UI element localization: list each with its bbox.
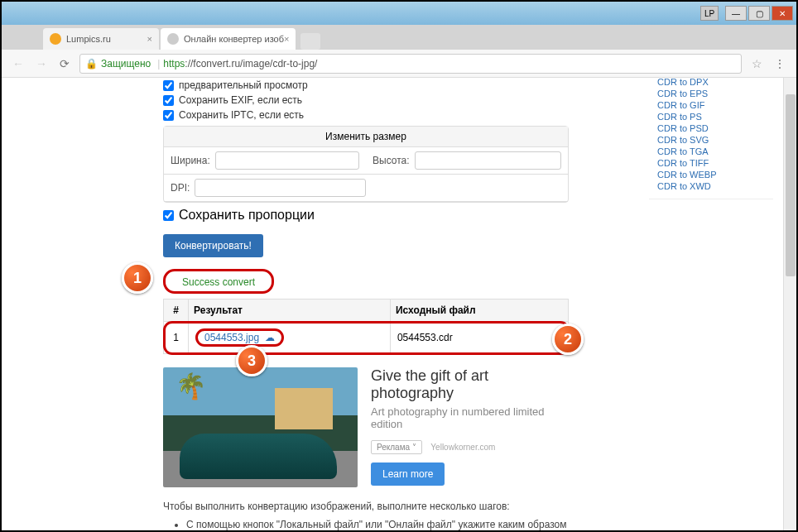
row-num: 1 <box>164 322 189 354</box>
sidebar-link[interactable]: CDR to WEBP <box>657 169 765 180</box>
address-bar: ← → ⟳ 🔒 Защищено | https://fconvert.ru/i… <box>2 50 796 78</box>
reload-button[interactable]: ⟳ <box>56 55 73 72</box>
back-button[interactable]: ← <box>10 55 26 72</box>
width-label: Ширина: <box>171 155 210 166</box>
url-text: https://fconvert.ru/image/cdr-to-jpg/ <box>163 58 317 69</box>
options-group: предварительный просмотр Сохранить EXIF,… <box>163 78 569 121</box>
ad-block: 🌴 Give the gift of art photography Art p… <box>163 367 569 487</box>
resize-header: Изменить размер <box>164 127 568 147</box>
sidebar-link[interactable]: CDR to TGA <box>657 146 765 157</box>
keep-proportions-checkbox[interactable]: Сохранить пропорции <box>163 208 569 223</box>
sidebar-link[interactable]: CDR to SVG <box>657 134 765 146</box>
tab-close-icon[interactable]: × <box>147 34 152 44</box>
callout-1: 1 <box>122 262 153 294</box>
sidebar-link[interactable]: CDR to TIFF <box>657 157 765 169</box>
instr-intro: Чтобы выполнить конвертацию изображений,… <box>163 499 569 514</box>
favicon-icon <box>167 33 179 45</box>
exif-checkbox[interactable]: Сохранить EXIF, если есть <box>163 94 569 106</box>
scrollbar[interactable] <box>783 78 796 530</box>
col-num: # <box>164 300 189 322</box>
dpi-label: DPI: <box>171 182 190 194</box>
favicon-icon <box>50 33 61 45</box>
ad-title: Give the gift of art photography <box>371 367 569 402</box>
secure-label: Защищено <box>101 58 151 69</box>
ad-label[interactable]: Реклама ˅ <box>371 440 422 454</box>
user-badge[interactable]: LP <box>700 6 719 21</box>
results-table: # Результат Исходный файл 1 0544553.jpg … <box>163 299 569 354</box>
instr-step1: С помощью кнопок "Локальный файл" или "О… <box>186 517 569 530</box>
instructions: Чтобы выполнить конвертацию изображений,… <box>163 499 569 530</box>
ad-learn-more-button[interactable]: Learn more <box>371 463 445 486</box>
sidebar-link[interactable]: CDR to PS <box>657 111 765 122</box>
ad-subtitle: Art photography in numbered limited edit… <box>371 405 569 430</box>
callout-3: 3 <box>236 345 267 376</box>
height-input[interactable] <box>415 151 561 170</box>
sidebar-link[interactable]: CDR to GIF <box>657 99 765 111</box>
result-link-highlight: 0544553.jpg ☁ <box>195 328 284 347</box>
tab-strip: Lumpics.ru × Онлайн конвертер изоб × <box>2 25 796 50</box>
col-source: Исходный файл <box>390 300 568 322</box>
format-sidebar: CDR to DPX CDR to EPS CDR to GIF CDR to … <box>649 78 773 199</box>
scrollbar-thumb[interactable] <box>786 94 796 276</box>
source-file: 0544553.cdr <box>390 322 568 354</box>
col-result: Результат <box>189 300 391 322</box>
ad-image[interactable]: 🌴 <box>163 367 358 487</box>
new-tab-button[interactable] <box>300 33 320 50</box>
ad-source: Yellowkorner.com <box>430 443 495 452</box>
tab-lumpics[interactable]: Lumpics.ru × <box>43 28 159 50</box>
sidebar-link[interactable]: CDR to EPS <box>657 88 765 99</box>
window-titlebar: LP — ▢ ✕ <box>2 2 796 25</box>
download-icon[interactable]: ☁ <box>265 332 275 343</box>
lock-icon: 🔒 <box>85 58 98 69</box>
width-input[interactable] <box>215 151 359 170</box>
forward-button[interactable]: → <box>33 55 50 72</box>
height-label: Высота: <box>373 155 410 166</box>
dpi-input[interactable] <box>195 179 366 197</box>
success-message: Success convert <box>182 276 255 288</box>
close-button[interactable]: ✕ <box>772 6 793 21</box>
menu-icon[interactable]: ⋮ <box>772 55 788 72</box>
sidebar-link[interactable]: CDR to PSD <box>657 122 765 134</box>
tab-close-icon[interactable]: × <box>284 34 289 44</box>
sidebar-link[interactable]: CDR to XWD <box>657 180 765 192</box>
resize-panel: Изменить размер Ширина: Высота: DPI: <box>163 126 569 203</box>
result-file-link[interactable]: 0544553.jpg <box>204 332 259 343</box>
iptc-checkbox[interactable]: Сохранить IPTC, если есть <box>163 109 569 121</box>
success-highlight: Success convert <box>163 269 274 294</box>
tab-fconvert[interactable]: Онлайн конвертер изоб × <box>161 28 296 50</box>
tab-label: Lumpics.ru <box>66 34 111 44</box>
result-row: 1 0544553.jpg ☁ 0544553.cdr <box>164 322 569 354</box>
convert-button[interactable]: Конвертировать! <box>163 234 263 257</box>
url-field[interactable]: 🔒 Защищено | https://fconvert.ru/image/c… <box>79 54 742 74</box>
minimize-button[interactable]: — <box>725 6 747 21</box>
preview-checkbox[interactable]: предварительный просмотр <box>163 79 569 91</box>
bookmark-icon[interactable]: ☆ <box>748 55 765 72</box>
callout-2: 2 <box>552 324 584 355</box>
tab-label: Онлайн конвертер изоб <box>184 34 284 44</box>
maximize-button[interactable]: ▢ <box>748 6 770 21</box>
sidebar-link[interactable]: CDR to DPX <box>657 78 765 88</box>
